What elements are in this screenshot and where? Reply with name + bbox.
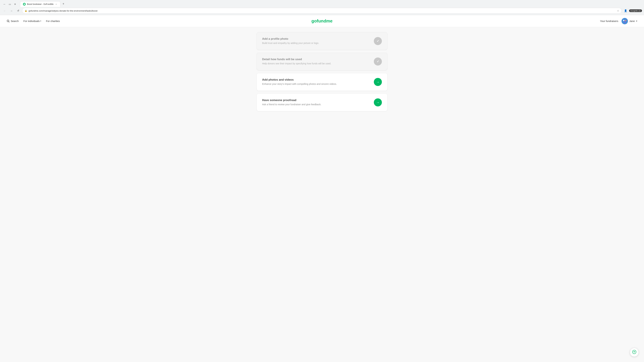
active-tab[interactable]: Boost fundraiser - GoFundMe × bbox=[20, 1, 60, 7]
svg-text:gofundme: gofundme bbox=[312, 18, 332, 23]
task-card-profile-photo: Add a profile photoBuild trust and empat… bbox=[256, 32, 388, 50]
address-bar[interactable]: 🔒 gofundme.com/manage/wdywu-donate-for-t… bbox=[22, 8, 622, 13]
chat-button[interactable] bbox=[630, 348, 639, 357]
reload-button[interactable]: ↺ bbox=[16, 8, 21, 13]
task-title-photos-videos: Add photos and videos bbox=[262, 78, 370, 81]
header-nav-right: Your fundraisers Jane ▾ bbox=[600, 18, 637, 24]
tab-bar: Boost fundraiser - GoFundMe × + bbox=[20, 1, 66, 7]
arrow-right-icon: → bbox=[376, 80, 380, 84]
url-text: gofundme.com/manage/wdywu-donate-for-the… bbox=[28, 9, 616, 12]
close-window-button[interactable]: ✕ bbox=[13, 2, 18, 6]
task-action-proofread[interactable]: → bbox=[374, 98, 382, 106]
task-info-detail-funds: Detail how funds will be usedHelp donors… bbox=[262, 58, 370, 65]
user-name: Jane bbox=[629, 19, 635, 22]
user-menu-chevron-icon: ▾ bbox=[636, 20, 637, 22]
tab-label: Boost fundraiser - GoFundMe bbox=[27, 3, 54, 5]
minimize-button[interactable]: ─ bbox=[2, 2, 7, 6]
task-desc-photos-videos: Enhance your story's impact with compell… bbox=[262, 82, 370, 86]
task-list: Add a profile photoBuild trust and empat… bbox=[256, 32, 388, 111]
svg-point-0 bbox=[7, 20, 9, 22]
browser-profile-button[interactable]: 👤 bbox=[623, 8, 628, 13]
main-content: Add a profile photoBuild trust and empat… bbox=[253, 27, 391, 124]
toolbar-actions: 👤 Incognito (2) bbox=[623, 8, 642, 13]
task-desc-proofread: Ask a friend to review your fundraiser a… bbox=[262, 103, 370, 106]
incognito-badge[interactable]: Incognito (2) bbox=[629, 9, 642, 12]
task-action-photos-videos[interactable]: → bbox=[374, 78, 382, 86]
task-card-detail-funds: Detail how funds will be usedHelp donors… bbox=[256, 53, 388, 70]
task-info-profile-photo: Add a profile photoBuild trust and empat… bbox=[262, 37, 370, 45]
task-title-profile-photo: Add a profile photo bbox=[262, 37, 370, 40]
task-title-detail-funds: Detail how funds will be used bbox=[262, 58, 370, 61]
checkmark-icon: ✓ bbox=[377, 39, 379, 43]
maximize-button[interactable]: ▭ bbox=[8, 2, 12, 6]
forward-button[interactable]: → bbox=[9, 8, 14, 13]
for-charities-link[interactable]: For charities bbox=[46, 19, 60, 22]
site-logo[interactable]: gofundme bbox=[311, 17, 333, 25]
back-button[interactable]: ← bbox=[2, 8, 8, 13]
task-info-proofread: Have someone proofreadAsk a friend to re… bbox=[262, 98, 370, 106]
search-link[interactable]: Search bbox=[7, 19, 19, 23]
for-charities-label: For charities bbox=[46, 19, 60, 22]
address-bar-row: ← → ↺ 🔒 gofundme.com/manage/wdywu-donate… bbox=[0, 7, 644, 15]
user-menu[interactable]: Jane ▾ bbox=[622, 18, 637, 24]
task-card-photos-videos: Add photos and videosEnhance your story'… bbox=[256, 73, 388, 91]
tab-favicon bbox=[23, 3, 26, 5]
site-header: Search For individuals ▾ For charities g… bbox=[0, 15, 644, 27]
task-card-proofread: Have someone proofreadAsk a friend to re… bbox=[256, 93, 388, 111]
arrow-right-icon: → bbox=[376, 100, 380, 104]
svg-line-1 bbox=[9, 22, 10, 22]
for-individuals-label: For individuals bbox=[24, 19, 40, 22]
your-fundraisers-link[interactable]: Your fundraisers bbox=[600, 19, 618, 22]
new-tab-button[interactable]: + bbox=[61, 1, 66, 6]
browser-titlebar: ─ ▭ ✕ Boost fundraiser - GoFundMe × + bbox=[0, 0, 644, 7]
task-desc-profile-photo: Build trust and empathy by adding your p… bbox=[262, 41, 370, 45]
task-action-profile-photo[interactable]: ✓ bbox=[374, 37, 382, 45]
security-lock-icon: 🔒 bbox=[25, 9, 27, 12]
browser-window-controls: ─ ▭ ✕ bbox=[2, 2, 18, 6]
task-title-proofread: Have someone proofread bbox=[262, 98, 370, 102]
header-nav-left: Search For individuals ▾ For charities bbox=[7, 19, 60, 23]
search-icon bbox=[7, 19, 10, 23]
task-desc-detail-funds: Help donors see their impact by specifyi… bbox=[262, 62, 370, 65]
for-individuals-link[interactable]: For individuals ▾ bbox=[24, 19, 42, 22]
checkmark-icon: ✓ bbox=[377, 60, 379, 63]
task-action-detail-funds[interactable]: ✓ bbox=[374, 57, 382, 65]
browser-chrome: ─ ▭ ✕ Boost fundraiser - GoFundMe × + ← … bbox=[0, 0, 644, 15]
tab-close-button[interactable]: × bbox=[55, 3, 58, 5]
search-label: Search bbox=[11, 19, 19, 22]
chat-icon bbox=[632, 350, 636, 355]
task-info-photos-videos: Add photos and videosEnhance your story'… bbox=[262, 78, 370, 86]
for-individuals-chevron-icon: ▾ bbox=[40, 20, 41, 22]
bookmark-icon[interactable]: ☆ bbox=[617, 9, 619, 12]
avatar bbox=[622, 18, 628, 24]
